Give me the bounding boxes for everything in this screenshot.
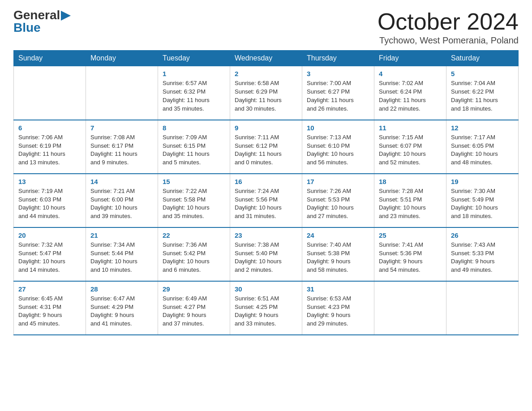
day-number: 4 <box>379 70 442 77</box>
day-info: Sunrise: 7:34 AMSunset: 5:44 PMDaylight:… <box>90 241 153 274</box>
calendar-week-row: 6Sunrise: 7:06 AMSunset: 6:19 PMDaylight… <box>14 120 519 174</box>
calendar-cell: 21Sunrise: 7:34 AMSunset: 5:44 PMDayligh… <box>86 227 158 281</box>
day-number: 22 <box>163 231 225 239</box>
day-number: 30 <box>235 285 297 293</box>
day-info: Sunrise: 7:41 AMSunset: 5:36 PMDaylight:… <box>379 241 442 274</box>
day-info: Sunrise: 7:26 AMSunset: 5:53 PMDaylight:… <box>307 187 369 221</box>
day-number: 7 <box>90 124 153 132</box>
calendar-cell: 7Sunrise: 7:08 AMSunset: 6:17 PMDaylight… <box>86 120 158 174</box>
col-header-sunday: Sunday <box>14 51 86 66</box>
calendar-header-row: SundayMondayTuesdayWednesdayThursdayFrid… <box>14 51 519 66</box>
calendar-cell: 22Sunrise: 7:36 AMSunset: 5:42 PMDayligh… <box>158 227 230 281</box>
day-info: Sunrise: 6:53 AMSunset: 4:23 PMDaylight:… <box>307 295 369 328</box>
day-number: 19 <box>451 178 514 185</box>
day-info: Sunrise: 7:28 AMSunset: 5:51 PMDaylight:… <box>379 187 442 221</box>
calendar-cell: 1Sunrise: 6:57 AMSunset: 6:32 PMDaylight… <box>158 66 230 120</box>
day-info: Sunrise: 7:17 AMSunset: 6:05 PMDaylight:… <box>451 133 514 167</box>
svg-marker-0 <box>61 11 71 21</box>
calendar-cell: 13Sunrise: 7:19 AMSunset: 6:03 PMDayligh… <box>14 174 86 227</box>
day-number: 16 <box>235 178 297 185</box>
day-info: Sunrise: 7:21 AMSunset: 6:00 PMDaylight:… <box>90 187 153 221</box>
day-number: 11 <box>379 124 442 132</box>
day-number: 23 <box>235 231 297 239</box>
title-section: October 2024 Tychowo, West Pomerania, Po… <box>378 9 519 46</box>
day-info: Sunrise: 7:15 AMSunset: 6:07 PMDaylight:… <box>379 133 442 167</box>
day-number: 1 <box>163 70 225 77</box>
day-number: 10 <box>307 124 369 132</box>
calendar-cell: 12Sunrise: 7:17 AMSunset: 6:05 PMDayligh… <box>446 120 519 174</box>
day-info: Sunrise: 7:30 AMSunset: 5:49 PMDaylight:… <box>451 187 514 221</box>
day-number: 9 <box>235 124 297 132</box>
logo-triangle-icon <box>61 11 71 21</box>
calendar-cell: 30Sunrise: 6:51 AMSunset: 4:25 PMDayligh… <box>230 281 302 335</box>
day-number: 29 <box>163 285 225 293</box>
day-number: 28 <box>90 285 153 293</box>
calendar-cell <box>14 66 86 120</box>
col-header-friday: Friday <box>374 51 446 66</box>
calendar-cell: 24Sunrise: 7:40 AMSunset: 5:38 PMDayligh… <box>302 227 374 281</box>
day-number: 17 <box>307 178 369 185</box>
day-number: 8 <box>163 124 225 132</box>
calendar-cell: 8Sunrise: 7:09 AMSunset: 6:15 PMDaylight… <box>158 120 230 174</box>
calendar-cell: 6Sunrise: 7:06 AMSunset: 6:19 PMDaylight… <box>14 120 86 174</box>
logo-blue-text: Blue <box>13 21 41 34</box>
day-number: 21 <box>90 231 153 239</box>
calendar-cell: 11Sunrise: 7:15 AMSunset: 6:07 PMDayligh… <box>374 120 446 174</box>
logo: General Blue <box>13 9 71 34</box>
calendar-cell: 4Sunrise: 7:02 AMSunset: 6:24 PMDaylight… <box>374 66 446 120</box>
day-number: 14 <box>90 178 153 185</box>
day-number: 20 <box>18 231 81 239</box>
day-info: Sunrise: 7:06 AMSunset: 6:19 PMDaylight:… <box>18 133 81 167</box>
day-info: Sunrise: 6:47 AMSunset: 4:29 PMDaylight:… <box>90 295 153 328</box>
calendar-cell: 31Sunrise: 6:53 AMSunset: 4:23 PMDayligh… <box>302 281 374 335</box>
day-number: 15 <box>163 178 225 185</box>
day-number: 18 <box>379 178 442 185</box>
calendar-cell: 18Sunrise: 7:28 AMSunset: 5:51 PMDayligh… <box>374 174 446 227</box>
day-number: 12 <box>451 124 514 132</box>
day-info: Sunrise: 7:19 AMSunset: 6:03 PMDaylight:… <box>18 187 81 221</box>
calendar-cell: 17Sunrise: 7:26 AMSunset: 5:53 PMDayligh… <box>302 174 374 227</box>
day-number: 2 <box>235 70 297 77</box>
calendar-cell: 23Sunrise: 7:38 AMSunset: 5:40 PMDayligh… <box>230 227 302 281</box>
calendar-table: SundayMondayTuesdayWednesdayThursdayFrid… <box>13 50 519 335</box>
calendar-cell: 15Sunrise: 7:22 AMSunset: 5:58 PMDayligh… <box>158 174 230 227</box>
day-info: Sunrise: 7:09 AMSunset: 6:15 PMDaylight:… <box>163 133 225 167</box>
day-number: 26 <box>451 231 514 239</box>
day-info: Sunrise: 7:36 AMSunset: 5:42 PMDaylight:… <box>163 241 225 274</box>
day-number: 3 <box>307 70 369 77</box>
day-number: 6 <box>18 124 81 132</box>
day-number: 27 <box>18 285 81 293</box>
calendar-cell: 29Sunrise: 6:49 AMSunset: 4:27 PMDayligh… <box>158 281 230 335</box>
calendar-cell: 14Sunrise: 7:21 AMSunset: 6:00 PMDayligh… <box>86 174 158 227</box>
calendar-week-row: 13Sunrise: 7:19 AMSunset: 6:03 PMDayligh… <box>14 174 519 227</box>
col-header-monday: Monday <box>86 51 158 66</box>
day-info: Sunrise: 7:08 AMSunset: 6:17 PMDaylight:… <box>90 133 153 167</box>
calendar-cell <box>374 281 446 335</box>
calendar-cell: 28Sunrise: 6:47 AMSunset: 4:29 PMDayligh… <box>86 281 158 335</box>
day-number: 5 <box>451 70 514 77</box>
calendar-cell: 20Sunrise: 7:32 AMSunset: 5:47 PMDayligh… <box>14 227 86 281</box>
day-info: Sunrise: 7:02 AMSunset: 6:24 PMDaylight:… <box>379 79 442 113</box>
calendar-cell: 19Sunrise: 7:30 AMSunset: 5:49 PMDayligh… <box>446 174 519 227</box>
calendar-cell: 2Sunrise: 6:58 AMSunset: 6:29 PMDaylight… <box>230 66 302 120</box>
calendar-week-row: 27Sunrise: 6:45 AMSunset: 4:31 PMDayligh… <box>14 281 519 335</box>
day-info: Sunrise: 7:11 AMSunset: 6:12 PMDaylight:… <box>235 133 297 167</box>
day-info: Sunrise: 7:04 AMSunset: 6:22 PMDaylight:… <box>451 79 514 113</box>
logo-general-text: General <box>13 9 60 21</box>
calendar-cell: 27Sunrise: 6:45 AMSunset: 4:31 PMDayligh… <box>14 281 86 335</box>
col-header-tuesday: Tuesday <box>158 51 230 66</box>
calendar-cell: 5Sunrise: 7:04 AMSunset: 6:22 PMDaylight… <box>446 66 519 120</box>
day-info: Sunrise: 6:49 AMSunset: 4:27 PMDaylight:… <box>163 295 225 328</box>
day-number: 25 <box>379 231 442 239</box>
day-number: 31 <box>307 285 369 293</box>
calendar-cell <box>86 66 158 120</box>
day-info: Sunrise: 7:32 AMSunset: 5:47 PMDaylight:… <box>18 241 81 274</box>
day-info: Sunrise: 6:51 AMSunset: 4:25 PMDaylight:… <box>235 295 297 328</box>
day-info: Sunrise: 7:00 AMSunset: 6:27 PMDaylight:… <box>307 79 369 113</box>
day-number: 24 <box>307 231 369 239</box>
calendar-cell <box>446 281 519 335</box>
calendar-week-row: 20Sunrise: 7:32 AMSunset: 5:47 PMDayligh… <box>14 227 519 281</box>
calendar-cell: 25Sunrise: 7:41 AMSunset: 5:36 PMDayligh… <box>374 227 446 281</box>
col-header-thursday: Thursday <box>302 51 374 66</box>
day-info: Sunrise: 7:40 AMSunset: 5:38 PMDaylight:… <box>307 241 369 274</box>
